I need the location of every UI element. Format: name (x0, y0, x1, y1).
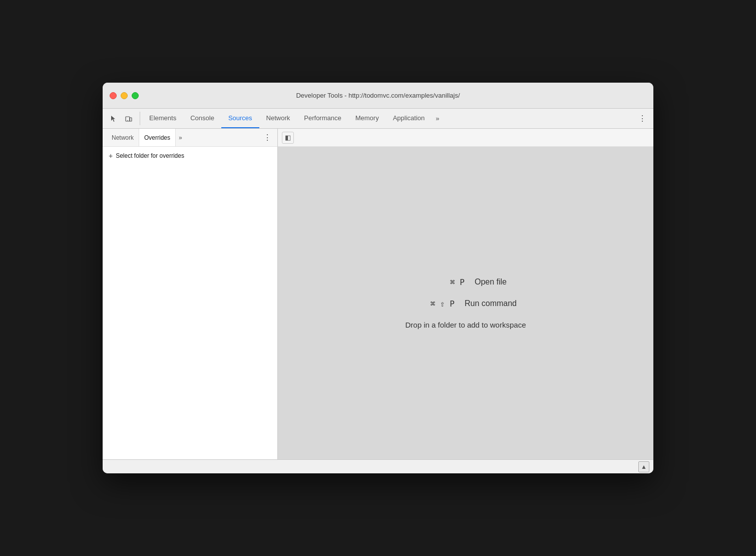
toolbar-icons (107, 109, 136, 128)
sidebar-tab-overrides[interactable]: Overrides (139, 129, 176, 146)
main-content: Network Overrides » ⋮ + Select folder fo… (103, 129, 653, 459)
panel-toggle-button[interactable]: ◧ (282, 132, 294, 144)
tab-more-button[interactable]: » (432, 109, 443, 128)
devtools-settings-icon[interactable]: ⋮ (635, 112, 649, 126)
shortcut-row-open-file: ⌘ P Open file (425, 277, 507, 287)
workspace-hint-text: Drop in a folder to add to workspace (406, 321, 526, 329)
scroll-to-top-icon[interactable]: ▲ (638, 461, 649, 472)
open-file-keys: ⌘ P (425, 277, 465, 287)
minimize-button[interactable] (121, 92, 128, 99)
tab-network[interactable]: Network (259, 109, 297, 128)
open-file-description: Open file (475, 277, 507, 287)
title-bar: Developer Tools - http://todomvc.com/exa… (103, 83, 653, 109)
main-tab-bar: Elements Console Sources Network Perform… (103, 109, 653, 129)
sidebar-tab-network[interactable]: Network (107, 129, 139, 146)
cursor-icon[interactable] (107, 112, 121, 126)
tab-sources[interactable]: Sources (221, 109, 259, 128)
right-panel-content: ⌘ P Open file ⌘ ⇧ P Run command Drop in … (278, 147, 653, 459)
right-panel: ◧ ⌘ P Open file ⌘ ⇧ P Run command Drop i… (278, 129, 653, 459)
tab-performance[interactable]: Performance (297, 109, 348, 128)
devtools-window: Developer Tools - http://todomvc.com/exa… (103, 83, 653, 473)
device-toggle-icon[interactable] (122, 112, 136, 126)
sidebar: Network Overrides » ⋮ + Select folder fo… (103, 129, 278, 459)
bottom-bar: ▲ (103, 459, 653, 473)
svg-point-2 (127, 120, 128, 121)
traffic-lights (110, 92, 139, 99)
right-panel-toolbar: ◧ (278, 129, 653, 147)
shortcut-row-run-command: ⌘ ⇧ P Run command (415, 299, 517, 309)
tab-application[interactable]: Application (386, 109, 432, 128)
sidebar-tab-bar: Network Overrides » ⋮ (103, 129, 277, 147)
maximize-button[interactable] (132, 92, 139, 99)
close-button[interactable] (110, 92, 117, 99)
run-command-description: Run command (465, 299, 517, 308)
tab-divider-1 (140, 112, 140, 125)
tab-console[interactable]: Console (183, 109, 221, 128)
select-folder-button[interactable]: + Select folder for overrides (103, 149, 277, 163)
sidebar-content: + Select folder for overrides (103, 147, 277, 459)
svg-rect-1 (130, 118, 132, 121)
window-title: Developer Tools - http://todomvc.com/exa… (296, 92, 460, 99)
tab-bar-right: ⋮ (629, 109, 653, 128)
sidebar-menu-icon[interactable]: ⋮ (261, 133, 273, 142)
plus-icon: + (109, 152, 113, 160)
sidebar-tab-more[interactable]: » (176, 134, 185, 141)
run-command-keys: ⌘ ⇧ P (415, 299, 455, 309)
tab-memory[interactable]: Memory (348, 109, 386, 128)
tab-elements[interactable]: Elements (142, 109, 183, 128)
